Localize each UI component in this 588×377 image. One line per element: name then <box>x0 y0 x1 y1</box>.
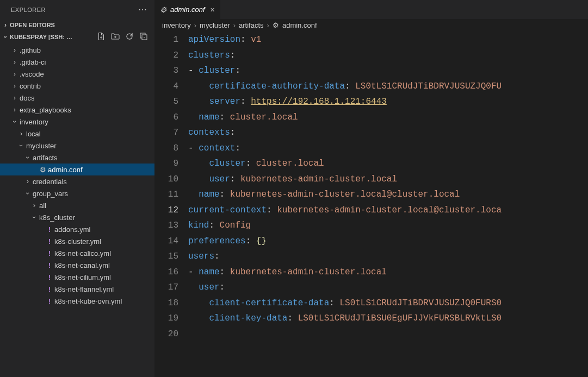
breadcrumb-item[interactable]: admin.conf <box>282 21 317 29</box>
open-editors-label: OPEN EDITORS <box>10 22 55 28</box>
folder-item[interactable]: ›k8s_cluster <box>0 211 154 223</box>
tree-item-label: all <box>39 202 46 210</box>
file-item[interactable]: !k8s-net-calico.yml <box>0 247 154 259</box>
tree-item-label: k8s-net-calico.yml <box>54 249 111 257</box>
chevron-right-icon: › <box>11 82 18 90</box>
breadcrumb-item[interactable]: mycluster <box>200 21 230 29</box>
folder-item[interactable]: ›extra_playbooks <box>0 104 154 116</box>
yaml-file-icon: ! <box>45 225 54 234</box>
tree-item-label: mycluster <box>26 142 57 150</box>
chevron-right-icon: › <box>194 21 196 29</box>
chevron-right-icon: › <box>24 178 32 185</box>
chevron-right-icon: › <box>11 94 18 102</box>
new-file-icon[interactable] <box>97 32 106 42</box>
breadcrumbs[interactable]: inventory›mycluster›artifacts›⚙admin.con… <box>154 19 588 31</box>
folder-item[interactable]: ›.github <box>0 44 154 56</box>
close-icon[interactable]: × <box>211 5 215 14</box>
workspace-label: KUBESPRAY [SSH: … <box>10 34 72 40</box>
tree-item-label: local <box>26 130 41 138</box>
chevron-down-icon: › <box>24 190 32 197</box>
file-item[interactable]: ⚙admin.conf <box>0 164 154 175</box>
code-content[interactable]: apiVersion: v1clusters:- cluster: certif… <box>188 31 588 377</box>
file-tree[interactable]: ›.github›.gitlab-ci›.vscode›contrib›docs… <box>0 43 154 377</box>
chevron-right-icon: › <box>267 21 269 29</box>
chevron-right-icon: › <box>1 21 10 29</box>
tab-admin-conf[interactable]: ⚙ admin.conf × <box>154 0 221 19</box>
file-item[interactable]: !addons.yml <box>0 223 154 235</box>
tree-item-label: k8s-cluster.yml <box>54 237 101 246</box>
folder-item[interactable]: ›group_vars <box>0 187 154 199</box>
gear-icon: ⚙ <box>38 166 48 174</box>
chevron-right-icon: › <box>11 70 18 78</box>
new-folder-icon[interactable] <box>111 32 120 42</box>
chevron-down-icon: › <box>11 118 18 125</box>
folder-item[interactable]: ›contrib <box>0 80 154 92</box>
yaml-file-icon: ! <box>45 237 54 246</box>
editor-pane: ⚙ admin.conf × inventory›mycluster›artif… <box>154 0 588 377</box>
yaml-file-icon: ! <box>45 285 54 293</box>
chevron-right-icon: › <box>11 106 18 114</box>
tree-item-label: inventory <box>20 118 48 126</box>
gear-icon: ⚙ <box>273 21 279 29</box>
yaml-file-icon: ! <box>45 249 54 257</box>
editor-tabs: ⚙ admin.conf × <box>154 0 588 19</box>
explorer-more-icon[interactable]: ⋯ <box>135 4 151 15</box>
tree-item-label: k8s-net-kube-ovn.yml <box>54 297 122 305</box>
tree-item-label: artifacts <box>33 154 58 162</box>
tree-item-label: extra_playbooks <box>20 106 71 114</box>
workspace-section[interactable]: › KUBESPRAY [SSH: … <box>0 31 154 43</box>
tree-item-label: .gitlab-ci <box>20 58 46 66</box>
file-item[interactable]: !k8s-net-flannel.yml <box>0 283 154 295</box>
folder-item[interactable]: ›mycluster <box>0 140 154 152</box>
breadcrumb-item[interactable]: artifacts <box>239 21 264 29</box>
line-gutter: 1234567891011121314151617181920 <box>154 31 188 377</box>
tree-item-label: group_vars <box>33 190 68 198</box>
chevron-down-icon: › <box>17 142 25 149</box>
yaml-file-icon: ! <box>45 273 54 281</box>
file-item[interactable]: !k8s-cluster.yml <box>0 235 154 247</box>
chevron-down-icon: › <box>24 154 32 161</box>
tree-item-label: k8s-net-canal.yml <box>54 261 110 269</box>
yaml-file-icon: ! <box>45 297 54 305</box>
open-editors-section[interactable]: › OPEN EDITORS <box>0 19 154 31</box>
file-item[interactable]: !k8s-net-cilium.yml <box>0 271 154 283</box>
explorer-sidebar: EXPLORER ⋯ › OPEN EDITORS › KUBESPRAY [S… <box>0 0 154 377</box>
tree-item-label: docs <box>20 94 34 102</box>
tree-item-label: k8s_cluster <box>39 213 75 222</box>
folder-item[interactable]: ›artifacts <box>0 152 154 164</box>
tree-item-label: k8s-net-flannel.yml <box>54 285 114 293</box>
folder-item[interactable]: ›all <box>0 199 154 211</box>
tree-item-label: contrib <box>20 82 41 90</box>
code-area[interactable]: 1234567891011121314151617181920 apiVersi… <box>154 31 588 377</box>
refresh-icon[interactable] <box>125 32 134 42</box>
chevron-right-icon: › <box>17 130 25 137</box>
tree-item-label: credentials <box>33 178 67 186</box>
tree-item-label: k8s-net-cilium.yml <box>54 273 111 281</box>
chevron-right-icon: › <box>11 58 18 66</box>
yaml-file-icon: ! <box>45 261 54 269</box>
folder-item[interactable]: ›.vscode <box>0 68 154 80</box>
file-item[interactable]: !k8s-net-canal.yml <box>0 259 154 271</box>
chevron-down-icon: › <box>2 33 9 41</box>
collapse-all-icon[interactable] <box>139 32 148 42</box>
folder-item[interactable]: ›docs <box>0 92 154 104</box>
folder-item[interactable]: ›inventory <box>0 116 154 128</box>
folder-item[interactable]: ›local <box>0 128 154 140</box>
folder-item[interactable]: ›.gitlab-ci <box>0 56 154 68</box>
chevron-right-icon: › <box>11 46 18 54</box>
workspace-actions <box>97 32 150 42</box>
explorer-header: EXPLORER ⋯ <box>0 0 154 19</box>
tree-item-label: addons.yml <box>54 225 90 234</box>
tree-item-label: .vscode <box>20 70 44 78</box>
gear-icon: ⚙ <box>160 5 167 14</box>
chevron-right-icon: › <box>30 202 38 209</box>
explorer-title: EXPLORER <box>11 7 46 13</box>
chevron-down-icon: › <box>30 213 38 221</box>
tree-item-label: admin.conf <box>48 166 83 174</box>
tab-label: admin.conf <box>170 5 205 14</box>
file-item[interactable]: !k8s-net-kube-ovn.yml <box>0 295 154 307</box>
chevron-right-icon: › <box>233 21 236 29</box>
breadcrumb-item[interactable]: inventory <box>162 21 191 29</box>
tree-item-label: .github <box>20 46 41 54</box>
folder-item[interactable]: ›credentials <box>0 175 154 187</box>
